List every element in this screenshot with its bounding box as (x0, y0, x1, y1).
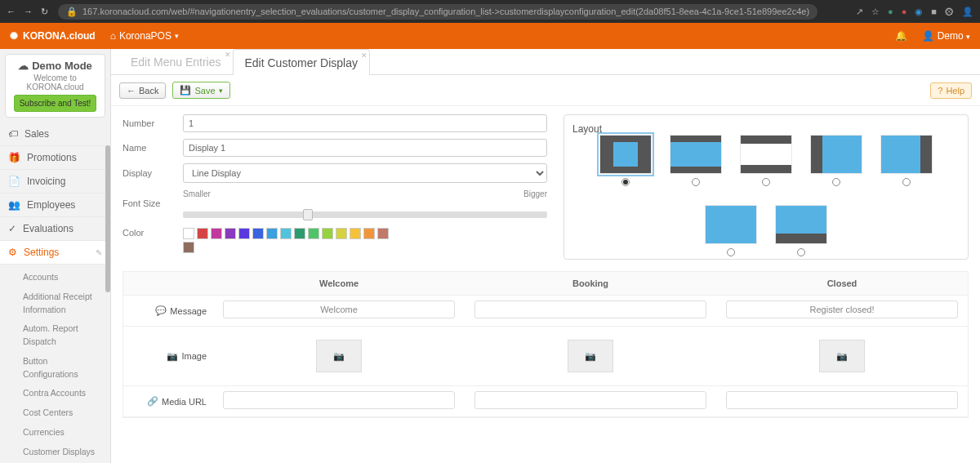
slider-handle[interactable] (303, 209, 313, 220)
name-input[interactable] (183, 139, 547, 157)
layout-option-6[interactable] (705, 205, 757, 259)
tab-edit-customer-display[interactable]: Edit Customer Display✕ (233, 49, 371, 75)
color-swatch[interactable] (308, 228, 319, 239)
users-icon: 👥 (8, 199, 20, 211)
layout-option-7[interactable] (775, 205, 827, 259)
puzzle-icon[interactable]: ⮿ (945, 7, 954, 16)
color-swatch[interactable] (211, 228, 222, 239)
sub-item[interactable]: Autom. Report Dispatch (0, 319, 110, 352)
col-closed: Closed (716, 272, 968, 295)
sub-item[interactable]: Accounts (0, 268, 110, 287)
sub-item[interactable]: Currencies (0, 423, 110, 443)
ext-icon-4[interactable]: ■ (931, 7, 937, 16)
demo-mode-box: ☁ Demo Mode Welcome to KORONA.cloud Subs… (5, 54, 105, 118)
star-icon[interactable]: ☆ (871, 7, 880, 17)
color-swatch[interactable] (363, 228, 375, 239)
color-swatch[interactable] (266, 228, 278, 239)
number-input[interactable] (183, 114, 547, 132)
color-swatch[interactable] (252, 228, 264, 239)
reload-icon[interactable]: ↻ (41, 7, 48, 17)
sidebar-scrollbar[interactable] (105, 145, 110, 292)
sidebar-item-sales[interactable]: 🏷Sales (0, 122, 110, 146)
layout-option-4[interactable] (810, 135, 862, 189)
sidebar-item-invoicing[interactable]: 📄Invoicing (0, 170, 110, 194)
booking-image-upload[interactable]: 📷 (568, 340, 613, 372)
toolbar: ←Back 💾Save ?Help (111, 75, 980, 106)
back-icon[interactable]: ← (7, 7, 16, 17)
sidebar-item-employees[interactable]: 👥Employees (0, 194, 110, 217)
layout-option-2[interactable] (670, 135, 722, 189)
welcome-message-input[interactable] (223, 301, 455, 318)
link-icon: 🔗 (147, 396, 158, 407)
layout-radio-6[interactable] (727, 248, 735, 256)
user-menu[interactable]: 👤 Demo (922, 30, 970, 42)
back-button[interactable]: ←Back (119, 82, 166, 99)
color-swatch[interactable] (183, 242, 194, 253)
ext-icon-1[interactable]: ● (888, 7, 893, 16)
gear-icon: ⚙ (8, 247, 17, 258)
booking-message-input[interactable] (474, 301, 706, 318)
settings-sublist: AccountsAdditional Receipt InformationAu… (0, 265, 110, 463)
sidebar-item-settings[interactable]: ⚙Settings✎ (0, 241, 110, 265)
booking-media-url-input[interactable] (474, 391, 706, 409)
forward-icon[interactable]: → (24, 7, 33, 17)
color-swatch[interactable] (322, 228, 333, 239)
display-select[interactable]: Line Display (183, 163, 547, 183)
bell-icon[interactable]: 🔔 (895, 30, 907, 42)
color-swatch[interactable] (183, 228, 194, 239)
sub-item[interactable]: Additional Receipt Information (0, 287, 110, 320)
color-swatch[interactable] (294, 228, 305, 239)
color-swatch[interactable] (350, 228, 361, 239)
layout-fieldset: Layout (564, 114, 969, 260)
layout-radio-4[interactable] (832, 178, 840, 186)
display-label: Display (122, 168, 183, 178)
close-icon[interactable]: ✕ (361, 51, 368, 60)
sub-item[interactable]: Button Configurations (0, 352, 110, 385)
subscribe-button[interactable]: Subscribe and Test! (14, 95, 97, 112)
color-swatch[interactable] (280, 228, 292, 239)
home-link[interactable]: ⌂ KoronaPOS (110, 30, 179, 42)
color-swatch[interactable] (225, 228, 236, 239)
save-button[interactable]: 💾Save (172, 82, 229, 99)
layout-option-3[interactable] (740, 135, 792, 189)
layout-radio-3[interactable] (762, 178, 770, 186)
tab-edit-menu-entries[interactable]: Edit Menu Entries✕ (119, 49, 233, 74)
address-bar[interactable]: 🔒 167.koronacloud.com/web/#navigationent… (58, 4, 817, 20)
layout-option-5[interactable] (880, 135, 933, 189)
avatar-icon[interactable]: 👤 (962, 7, 973, 17)
welcome-image-upload[interactable]: 📷 (316, 340, 362, 372)
color-swatch[interactable] (377, 228, 389, 239)
sidebar-item-evaluations[interactable]: ✓Evaluations (0, 217, 110, 241)
home-icon: ⌂ (110, 30, 116, 42)
ext-icon-2[interactable]: ● (902, 7, 907, 16)
pencil-icon: ✎ (96, 248, 102, 257)
disk-icon: 💾 (180, 85, 191, 96)
layout-radio-5[interactable] (902, 178, 911, 186)
help-button[interactable]: ?Help (930, 82, 972, 99)
color-label: Color (122, 228, 183, 238)
lock-icon: 🔒 (66, 7, 78, 17)
closed-message-input[interactable] (726, 301, 958, 318)
layout-radio-7[interactable] (797, 248, 805, 256)
check-icon: ✓ (8, 223, 16, 234)
font-size-slider[interactable] (183, 211, 547, 218)
close-icon[interactable]: ✕ (225, 51, 231, 59)
sub-item[interactable]: Cost Centers (0, 403, 110, 423)
sub-item[interactable]: Contra Accounts (0, 384, 110, 403)
layout-option-1[interactable] (599, 135, 652, 189)
layout-radio-2[interactable] (692, 178, 700, 186)
main-content: Edit Menu Entries✕ Edit Customer Display… (111, 49, 980, 463)
layout-radio-1[interactable] (621, 178, 630, 186)
color-swatch[interactable] (336, 228, 347, 239)
sub-item[interactable]: Customer Displays (0, 443, 110, 462)
sidebar-item-promotions[interactable]: 🎁Promotions (0, 146, 110, 170)
color-swatch[interactable] (238, 228, 250, 239)
welcome-media-url-input[interactable] (223, 391, 455, 409)
share-icon[interactable]: ↗ (856, 7, 863, 17)
brand-logo[interactable]: ✺ KORONA.cloud (10, 30, 96, 42)
number-label: Number (122, 118, 183, 128)
color-swatch[interactable] (197, 228, 208, 239)
closed-media-url-input[interactable] (726, 391, 958, 409)
closed-image-upload[interactable]: 📷 (819, 340, 865, 372)
ext-icon-3[interactable]: ◉ (915, 7, 923, 17)
